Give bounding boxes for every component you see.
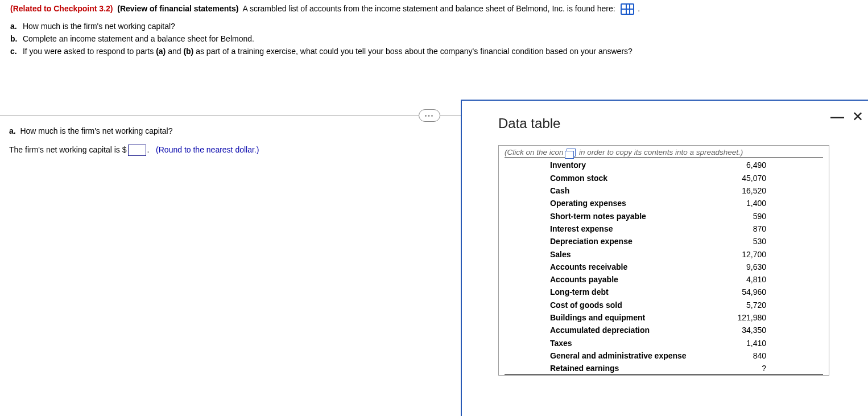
row-value: 5,720	[720, 299, 823, 311]
header-period: .	[638, 4, 640, 13]
row-value: 16,520	[720, 184, 823, 197]
row-label: Buildings and equipment	[505, 311, 720, 324]
table-row: Common stock45,070	[505, 172, 823, 184]
row-value: 530	[720, 235, 823, 248]
row-value: 590	[720, 210, 823, 223]
question-b-text: Complete an income statement and a balan…	[23, 34, 254, 43]
question-c-post: as part of a training exercise, what cou…	[193, 47, 633, 56]
table-row: Accumulated depreciation34,350	[505, 324, 823, 336]
minimize-icon[interactable]: —	[830, 109, 844, 125]
row-label: Retained earnings	[505, 362, 720, 375]
table-row: Depreciation expense530	[505, 235, 823, 248]
row-label: Accounts payable	[505, 273, 720, 286]
row-label: Long-term debt	[505, 286, 720, 298]
question-a-text: How much is the firm's net working capit…	[23, 22, 175, 31]
answer-line: The firm's net working capital is $. (Ro…	[9, 143, 441, 156]
table-row: Accounts payable4,810	[505, 273, 823, 286]
row-value: 121,980	[720, 311, 823, 324]
data-table-icon[interactable]	[621, 3, 634, 15]
table-row: Interest expense870	[505, 223, 823, 235]
table-row: General and administrative expense840	[505, 349, 823, 362]
close-icon[interactable]: ✕	[852, 109, 863, 125]
section-divider	[0, 115, 461, 116]
row-label: Short-term notes payable	[505, 210, 720, 223]
page-root: (Related to Checkpoint 3.2) (Review of f…	[0, 0, 868, 416]
table-row: Accounts receivable9,630	[505, 261, 823, 273]
row-value: 1,410	[720, 337, 823, 349]
row-value: 54,960	[720, 286, 823, 298]
row-label: Accounts receivable	[505, 261, 720, 273]
row-value: 4,810	[720, 273, 823, 286]
answer-question-text: How much is the firm's net working capit…	[20, 126, 172, 135]
answer-hint: (Round to the nearest dollar.)	[156, 145, 259, 154]
row-label: Interest expense	[505, 223, 720, 235]
table-row: Taxes1,410	[505, 337, 823, 349]
row-label: Taxes	[505, 337, 720, 349]
row-label: Accumulated depreciation	[505, 324, 720, 336]
question-c-b: (b)	[183, 47, 193, 56]
table-row: Sales12,700	[505, 248, 823, 261]
table-note: (Click on the icon in order to copy its …	[505, 148, 823, 158]
row-value: 6,490	[720, 159, 823, 171]
question-list: a. How much is the firm's net working ca…	[10, 20, 858, 57]
answer-post: .	[147, 145, 150, 154]
answer-pre: The firm's net working capital is $	[9, 145, 127, 154]
row-value: ?	[720, 362, 823, 375]
row-value: 34,350	[720, 324, 823, 336]
row-value: 1,400	[720, 197, 823, 209]
row-value: 840	[720, 349, 823, 362]
row-label: Common stock	[505, 172, 720, 184]
row-value: 45,070	[720, 172, 823, 184]
row-label: Cash	[505, 184, 720, 197]
table-row: Operating expenses1,400	[505, 197, 823, 209]
answer-input[interactable]	[128, 145, 146, 156]
answer-area: a. How much is the firm's net working ca…	[9, 126, 441, 164]
problem-header: (Related to Checkpoint 3.2) (Review of f…	[0, 0, 868, 57]
row-value: 12,700	[720, 248, 823, 261]
question-c-and: and	[166, 47, 183, 56]
note-pre: (Click on the icon	[505, 148, 565, 156]
answer-question: a. How much is the firm's net working ca…	[9, 126, 441, 135]
table-row: Cash16,520	[505, 184, 823, 197]
question-a: a. How much is the firm's net working ca…	[10, 20, 858, 33]
copy-icon[interactable]	[567, 149, 576, 156]
data-panel: — ✕ Data table (Click on the icon in ord…	[461, 100, 868, 416]
header-line: (Related to Checkpoint 3.2) (Review of f…	[10, 3, 858, 15]
answer-label: a.	[9, 126, 16, 135]
row-value: 9,630	[720, 261, 823, 273]
note-post: in order to copy its contents into a spr…	[577, 148, 743, 156]
data-table: Inventory6,490Common stock45,070Cash16,5…	[505, 159, 823, 375]
row-label: Depreciation expense	[505, 235, 720, 248]
table-container: (Click on the icon in order to copy its …	[498, 145, 829, 376]
question-b: b. Complete an income statement and a ba…	[10, 33, 858, 46]
table-row: Buildings and equipment121,980	[505, 311, 823, 324]
table-row: Retained earnings?	[505, 362, 823, 375]
divider-handle[interactable]: •••	[419, 109, 440, 122]
table-row: Short-term notes payable590	[505, 210, 823, 223]
lead-text: A scrambled list of accounts from the in…	[242, 4, 615, 13]
row-label: General and administrative expense	[505, 349, 720, 362]
row-value: 870	[720, 223, 823, 235]
checkpoint-ref: (Related to Checkpoint 3.2)	[10, 4, 113, 13]
row-label: Sales	[505, 248, 720, 261]
row-label: Cost of goods sold	[505, 299, 720, 311]
panel-title: Data table	[498, 116, 842, 131]
question-c-a: (a)	[156, 47, 166, 56]
subject-label: (Review of financial statements)	[117, 4, 238, 13]
row-label: Inventory	[505, 159, 720, 171]
table-row: Long-term debt54,960	[505, 286, 823, 298]
question-c-pre: If you were asked to respond to parts	[23, 47, 156, 56]
row-label: Operating expenses	[505, 197, 720, 209]
table-row: Cost of goods sold5,720	[505, 299, 823, 311]
table-row: Inventory6,490	[505, 159, 823, 171]
question-c: c. If you were asked to respond to parts…	[10, 46, 858, 58]
